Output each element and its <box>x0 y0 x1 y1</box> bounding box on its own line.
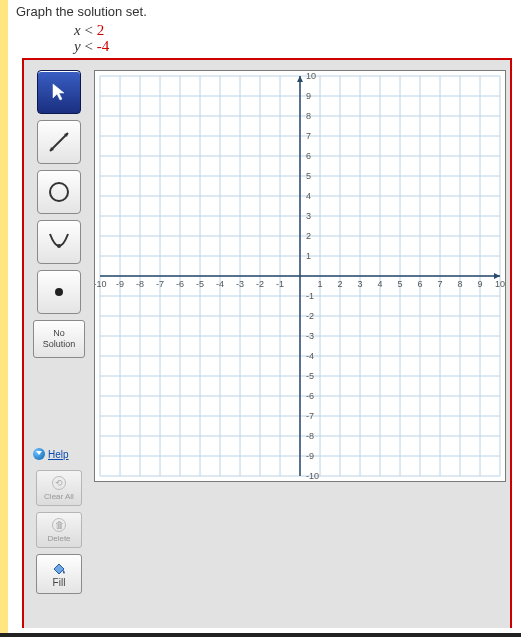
point-icon <box>49 282 69 302</box>
point-tool-button[interactable] <box>37 270 81 314</box>
svg-text:5: 5 <box>306 171 311 181</box>
left-stripe <box>0 0 8 637</box>
svg-text:-8: -8 <box>136 279 144 289</box>
svg-text:-2: -2 <box>306 311 314 321</box>
svg-text:-3: -3 <box>306 331 314 341</box>
svg-text:-2: -2 <box>256 279 264 289</box>
svg-text:-4: -4 <box>306 351 314 361</box>
line-tool-button[interactable] <box>37 120 81 164</box>
svg-text:-3: -3 <box>236 279 244 289</box>
svg-text:-6: -6 <box>176 279 184 289</box>
pointer-tool-button[interactable] <box>37 70 81 114</box>
svg-text:1: 1 <box>306 251 311 261</box>
parabola-tool-button[interactable] <box>37 220 81 264</box>
svg-point-1 <box>50 183 68 201</box>
bottom-bar <box>0 633 521 637</box>
svg-text:9: 9 <box>306 91 311 101</box>
clear-all-button[interactable]: ⟲ Clear All <box>36 470 82 506</box>
svg-text:2: 2 <box>337 279 342 289</box>
svg-text:6: 6 <box>417 279 422 289</box>
pointer-icon <box>49 82 69 102</box>
svg-text:5: 5 <box>397 279 402 289</box>
svg-text:3: 3 <box>306 211 311 221</box>
svg-text:-6: -6 <box>306 391 314 401</box>
svg-text:-1: -1 <box>306 291 314 301</box>
svg-point-3 <box>55 288 63 296</box>
trash-icon: 🗑 <box>52 518 66 532</box>
svg-text:7: 7 <box>306 131 311 141</box>
svg-text:4: 4 <box>306 191 311 201</box>
svg-text:-1: -1 <box>276 279 284 289</box>
line-icon <box>45 128 73 156</box>
svg-line-0 <box>50 133 68 151</box>
svg-text:9: 9 <box>477 279 482 289</box>
clear-icon: ⟲ <box>52 476 66 490</box>
svg-text:-8: -8 <box>306 431 314 441</box>
no-solution-button[interactable]: NoSolution <box>33 320 85 358</box>
help-icon <box>33 448 45 460</box>
svg-text:7: 7 <box>437 279 442 289</box>
question-prompt: Graph the solution set. <box>16 4 147 19</box>
svg-text:-9: -9 <box>116 279 124 289</box>
svg-text:8: 8 <box>306 111 311 121</box>
svg-text:-10: -10 <box>95 279 107 289</box>
svg-text:-10: -10 <box>306 471 319 481</box>
svg-text:-9: -9 <box>306 451 314 461</box>
svg-text:10: 10 <box>306 71 316 81</box>
work-area-frame: NoSolution Help ⟲ Clear All 🗑 Delete Fil… <box>22 58 512 628</box>
svg-text:-5: -5 <box>306 371 314 381</box>
svg-text:-7: -7 <box>156 279 164 289</box>
coordinate-grid[interactable]: -10-9-8-7-6-5-4-3-2-112345678910-10-9-8-… <box>94 70 506 482</box>
help-button[interactable]: Help <box>33 444 85 464</box>
svg-text:-7: -7 <box>306 411 314 421</box>
svg-text:3: 3 <box>357 279 362 289</box>
svg-text:4: 4 <box>377 279 382 289</box>
svg-point-2 <box>57 244 61 248</box>
circle-tool-button[interactable] <box>37 170 81 214</box>
tool-column: NoSolution Help ⟲ Clear All 🗑 Delete Fil… <box>30 70 88 594</box>
svg-text:2: 2 <box>306 231 311 241</box>
circle-icon <box>45 178 73 206</box>
svg-text:-4: -4 <box>216 279 224 289</box>
inequality-1: x < 2 <box>74 22 104 39</box>
fill-icon <box>51 561 67 575</box>
svg-text:-5: -5 <box>196 279 204 289</box>
parabola-icon <box>45 228 73 256</box>
delete-button[interactable]: 🗑 Delete <box>36 512 82 548</box>
svg-text:10: 10 <box>495 279 505 289</box>
inequality-2: y < -4 <box>74 38 109 55</box>
svg-text:1: 1 <box>317 279 322 289</box>
svg-text:6: 6 <box>306 151 311 161</box>
svg-text:8: 8 <box>457 279 462 289</box>
fill-button[interactable]: Fill <box>36 554 82 594</box>
